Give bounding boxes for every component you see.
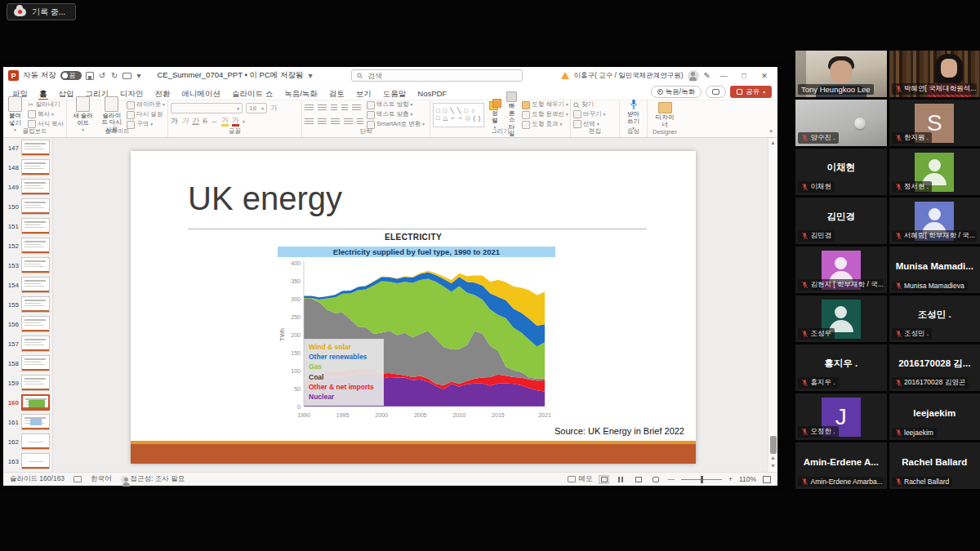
slide-thumbnail[interactable] [21, 453, 50, 469]
notes-button[interactable]: 메모 [568, 474, 592, 484]
align-text-button[interactable]: 텍스트 맞춤▾ [367, 111, 425, 119]
text-highlight-button[interactable]: 가 [221, 117, 229, 127]
dictate-button[interactable]: 받아쓰기▾ [623, 98, 644, 131]
record-button[interactable]: 녹음/녹화 [651, 86, 702, 98]
save-icon[interactable] [86, 72, 94, 80]
participant-tile[interactable]: 조성우 [795, 295, 887, 342]
warning-icon[interactable] [561, 72, 569, 79]
slide-thumb-row[interactable]: 161 [3, 412, 52, 432]
slide-thumbnail[interactable] [21, 198, 50, 215]
participant-tile[interactable]: 서혜림[ 학부재학 / 국... [889, 198, 980, 244]
scrollbar-thumb[interactable] [770, 436, 777, 454]
participant-tile[interactable]: S 한지원 . [889, 100, 980, 146]
increase-indent-icon[interactable] [341, 104, 348, 112]
shape-fill-button[interactable]: 도형 채우기▾ [522, 101, 568, 109]
grow-font-icon[interactable]: 가 [270, 104, 278, 112]
shape-outline-button[interactable]: 도형 윤곽선▾ [522, 111, 568, 119]
zoom-knob[interactable] [701, 476, 704, 483]
text-direction-button[interactable]: 텍스트 방향▾ [367, 101, 425, 109]
account-avatar[interactable] [688, 70, 699, 82]
participant-tile[interactable]: 김민경 김민경 [795, 198, 887, 244]
participant-tile[interactable]: Amin-Erdene A... Amin-Erdene Amarba... [795, 442, 887, 489]
bold-button[interactable]: 가 [171, 118, 178, 125]
qat-more-icon[interactable]: ▾ [136, 72, 141, 80]
participant-tile[interactable]: Tony Heungkoo Lee [795, 51, 887, 97]
normal-view-button[interactable] [599, 475, 609, 484]
slide-thumbnail[interactable] [21, 375, 50, 391]
ribbon-tab[interactable]: NosPDF [412, 87, 452, 100]
font-name-select[interactable]: ▾ [171, 103, 243, 113]
slide-nav-buttons[interactable]: ▲▼ [768, 454, 777, 470]
slide-thumb-row[interactable]: 154 [3, 275, 52, 295]
participant-tile[interactable]: 조성민 . 조성민 . [889, 295, 980, 342]
accessibility-status[interactable]: 접근성: 조사 필요 [121, 474, 185, 484]
font-size-select[interactable]: 18▾ [246, 103, 267, 113]
reset-button[interactable]: 다시 설정 [127, 111, 165, 119]
language-label[interactable]: 한국어 [91, 474, 112, 484]
bullets-icon[interactable] [305, 104, 314, 112]
slide-thumbnail-panel[interactable]: 147 148 [3, 138, 53, 472]
find-button[interactable]: 찾기 [573, 101, 605, 108]
slide-thumbnail[interactable] [21, 296, 50, 313]
ribbon-tab[interactable]: 애니메이션 [176, 87, 227, 100]
strikethrough-button[interactable]: S [203, 118, 207, 125]
line-spacing-icon[interactable] [352, 104, 361, 112]
align-right-icon[interactable] [331, 118, 340, 126]
close-button[interactable]: ✕ [756, 72, 773, 80]
ribbon-tab[interactable]: 홈 [33, 87, 53, 100]
columns-icon[interactable] [357, 118, 363, 126]
slide-thumb-row[interactable]: 162 [3, 432, 52, 451]
participant-tile[interactable]: J 오정한 . [795, 393, 887, 440]
slide-thumbnail[interactable] [21, 238, 50, 254]
recording-indicator[interactable]: 기록 중... [7, 3, 76, 20]
chart[interactable]: Electricity supplied by fuel type, 1990 … [278, 247, 555, 420]
slide-thumbnail[interactable] [21, 277, 50, 293]
pen-icon[interactable]: ✎ [703, 72, 711, 80]
slide-thumb-row[interactable]: 155 [3, 295, 52, 314]
replace-button[interactable]: 바꾸기▾ [573, 110, 605, 118]
ribbon-tab[interactable]: 도움말 [377, 87, 412, 100]
undo-icon[interactable]: ↺ [98, 72, 106, 80]
slide-thumbnail[interactable] [21, 179, 50, 195]
maximize-button[interactable]: □ [736, 72, 752, 80]
slideshow-button[interactable] [650, 475, 661, 484]
designer-button[interactable]: 디자이너 [653, 102, 676, 128]
slide-thumbnail[interactable] [21, 257, 50, 273]
slide-thumbnail[interactable] [21, 335, 50, 352]
ribbon-tab[interactable]: 전환 [149, 87, 176, 100]
search-box[interactable] [351, 69, 523, 82]
slide-sorter-view-button[interactable] [616, 475, 626, 484]
slide-title[interactable]: UK energy [188, 180, 342, 217]
slide-thumb-row[interactable]: 149 [3, 177, 52, 197]
participant-tile[interactable]: leejaekim leejaekim [889, 393, 980, 440]
slide-thumbnail[interactable] [21, 159, 50, 176]
slide-thumb-row[interactable]: 158 [3, 353, 52, 373]
present-icon[interactable] [122, 73, 131, 79]
slide-thumb-row[interactable]: 153 [3, 256, 52, 275]
align-left-icon[interactable] [305, 118, 314, 126]
reading-view-button[interactable] [633, 475, 644, 484]
slide-thumb-row[interactable]: 159 [3, 373, 52, 393]
zoom-slider[interactable] [681, 479, 722, 480]
slide-thumb-row[interactable]: 152 [3, 236, 52, 256]
participant-tile[interactable]: 이채현 이채현 [795, 149, 887, 195]
slide-thumbnail[interactable] [21, 433, 50, 450]
slide-thumbnail[interactable] [21, 394, 50, 411]
cut-button[interactable]: ✂잘라내기 [28, 101, 64, 109]
numbering-icon[interactable] [318, 104, 327, 112]
participant-tile[interactable]: Munisa Mamadi... Munisa Mamadieva [889, 247, 980, 293]
scroll-up-icon[interactable]: ▲ [768, 140, 777, 145]
slide-thumb-row[interactable]: 150 [3, 197, 52, 216]
arrange-button[interactable]: 정렬▾ [488, 99, 501, 131]
collapse-ribbon-icon[interactable]: ▾ [769, 128, 773, 135]
slide-thumb-row[interactable]: 147 [3, 138, 52, 158]
participant-tile[interactable]: 2016170028 김... 2016170028 김영곤 [889, 344, 980, 391]
slide-thumb-row[interactable]: 157 [3, 334, 52, 353]
ribbon-tab[interactable]: 검토 [323, 87, 350, 100]
share-button[interactable]: 공유▾ [730, 86, 772, 98]
underline-button[interactable]: 간 [192, 118, 199, 125]
slide-thumbnail[interactable] [21, 316, 50, 332]
font-color-button[interactable]: 가 [232, 117, 239, 127]
slide-thumb-row[interactable]: 160 [3, 393, 52, 412]
participant-tile[interactable]: 김현지 [ 학부재학 / 국... [795, 247, 887, 293]
